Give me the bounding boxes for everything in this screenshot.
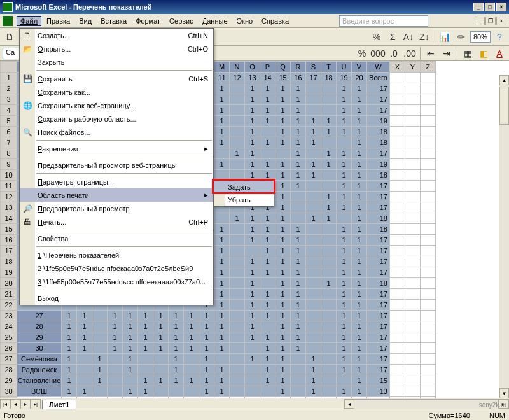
total-cell[interactable]: 19 <box>367 159 390 170</box>
data-cell[interactable]: 1 <box>245 354 260 365</box>
file-menu-item[interactable]: Сохранить как... <box>20 85 213 99</box>
total-cell[interactable]: 17 <box>367 343 390 354</box>
sort-desc-icon[interactable]: Z↓ <box>417 30 431 44</box>
data-cell[interactable]: 1 <box>260 289 275 300</box>
row-header[interactable]: 20 <box>1 278 17 289</box>
scroll-thumb[interactable] <box>499 87 509 125</box>
mdi-close[interactable]: × <box>496 17 506 25</box>
data-cell[interactable] <box>306 343 321 354</box>
data-cell[interactable]: 1 <box>321 127 337 137</box>
data-cell[interactable] <box>214 354 230 365</box>
data-cell[interactable]: 1 <box>291 224 306 235</box>
data-cell[interactable] <box>306 289 321 300</box>
data-cell[interactable] <box>321 94 337 105</box>
header-cell[interactable]: 19 <box>337 73 352 83</box>
data-cell[interactable]: 1 <box>77 343 92 354</box>
data-cell[interactable] <box>291 202 306 213</box>
data-cell[interactable]: 1 <box>352 224 367 235</box>
data-cell[interactable]: 1 <box>245 94 260 105</box>
data-cell[interactable] <box>230 116 245 127</box>
data-cell[interactable]: 1 <box>260 94 275 105</box>
file-menu-item[interactable]: 🔎Предварительный просмотр <box>20 202 213 215</box>
data-cell[interactable] <box>230 289 245 300</box>
column-header[interactable]: P <box>260 62 275 73</box>
data-cell[interactable] <box>214 170 230 181</box>
data-cell[interactable] <box>123 375 138 386</box>
data-cell[interactable]: 1 <box>337 170 352 181</box>
data-cell[interactable] <box>230 365 245 375</box>
data-cell[interactable]: 1 <box>337 289 352 300</box>
data-cell[interactable]: 1 <box>306 386 321 397</box>
data-cell[interactable]: 1 <box>337 224 352 235</box>
data-cell[interactable] <box>321 105 337 116</box>
data-cell[interactable] <box>306 256 321 267</box>
data-cell[interactable]: 1 <box>275 127 291 137</box>
data-cell[interactable]: 1 <box>352 267 367 278</box>
data-cell[interactable] <box>138 354 153 365</box>
column-header[interactable]: X <box>390 62 405 73</box>
data-cell[interactable]: 1 <box>214 300 230 311</box>
data-cell[interactable]: 1 <box>337 354 352 365</box>
data-cell[interactable] <box>153 386 169 397</box>
data-cell[interactable]: 1 <box>123 354 138 365</box>
data-cell[interactable]: 1 <box>291 321 306 332</box>
data-cell[interactable]: 1 <box>108 311 123 321</box>
data-cell[interactable] <box>230 127 245 137</box>
data-cell[interactable] <box>306 202 321 213</box>
data-cell[interactable]: 1 <box>352 332 367 343</box>
data-cell[interactable]: 1 <box>77 321 92 332</box>
new-icon[interactable]: 🗋 <box>3 30 17 44</box>
data-cell[interactable]: 1 <box>275 83 291 94</box>
data-cell[interactable]: 1 <box>245 116 260 127</box>
data-cell[interactable]: 1 <box>245 213 260 224</box>
data-cell[interactable] <box>214 213 230 224</box>
row-header[interactable]: 5 <box>1 116 17 127</box>
data-cell[interactable] <box>291 375 306 386</box>
data-cell[interactable]: 1 <box>321 159 337 170</box>
data-cell[interactable]: 1 <box>321 148 337 159</box>
data-cell[interactable]: 1 <box>337 94 352 105</box>
data-cell[interactable]: 1 <box>245 127 260 137</box>
row-header[interactable]: 25 <box>1 332 17 343</box>
font-color-icon[interactable]: A <box>492 46 506 60</box>
file-menu-item[interactable]: 🔍Поиск файлов... <box>20 125 213 139</box>
close-button[interactable]: × <box>496 3 506 11</box>
tab-nav-next[interactable]: ▸ <box>20 399 31 409</box>
zoom-combo[interactable]: 80% <box>470 31 491 43</box>
data-cell[interactable]: 1 <box>245 105 260 116</box>
row-header[interactable]: 10 <box>1 170 17 181</box>
data-cell[interactable]: 1 <box>245 148 260 159</box>
header-cell[interactable]: 14 <box>260 73 275 83</box>
data-cell[interactable] <box>77 375 92 386</box>
file-menu-item[interactable]: 💾СохранитьCtrl+S <box>20 72 213 85</box>
data-cell[interactable]: 1 <box>275 256 291 267</box>
data-cell[interactable] <box>337 213 352 224</box>
data-cell[interactable]: 1 <box>169 343 184 354</box>
data-cell[interactable]: 1 <box>306 375 321 386</box>
data-cell[interactable]: 1 <box>169 332 184 343</box>
data-cell[interactable]: 1 <box>275 246 291 256</box>
help-icon[interactable]: ? <box>492 30 506 44</box>
row-header[interactable]: 19 <box>1 267 17 278</box>
data-cell[interactable]: 1 <box>123 365 138 375</box>
total-cell[interactable]: 17 <box>367 267 390 278</box>
data-cell[interactable] <box>108 386 123 397</box>
file-menu-item[interactable]: Выход <box>20 291 213 305</box>
data-cell[interactable]: 1 <box>337 127 352 137</box>
data-cell[interactable]: 1 <box>291 289 306 300</box>
data-cell[interactable]: 1 <box>169 365 184 375</box>
data-cell[interactable]: 1 <box>352 289 367 300</box>
data-cell[interactable]: 1 <box>123 332 138 343</box>
file-menu-item[interactable]: Сохранить рабочую область... <box>20 112 213 125</box>
data-cell[interactable] <box>306 94 321 105</box>
header-cell[interactable]: 18 <box>321 73 337 83</box>
row-header[interactable]: 21 <box>1 289 17 300</box>
data-cell[interactable]: 1 <box>337 365 352 375</box>
data-cell[interactable]: 1 <box>275 170 291 181</box>
data-cell[interactable] <box>230 354 245 365</box>
data-cell[interactable]: 1 <box>352 170 367 181</box>
data-cell[interactable] <box>230 159 245 170</box>
data-cell[interactable] <box>230 386 245 397</box>
tab-nav-first[interactable]: |◂ <box>0 399 10 409</box>
total-cell[interactable]: 17 <box>367 289 390 300</box>
